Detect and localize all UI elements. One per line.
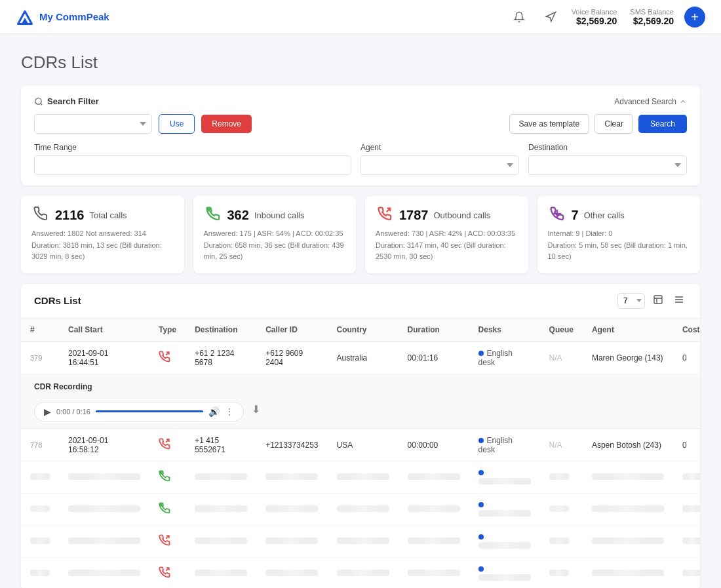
voice-balance: Voice Balance $2,569.20 <box>572 8 617 26</box>
cdrs-section-title: CDRs List <box>34 295 81 306</box>
stat-details-outbound: Answered: 730 | ASR: 42% | ACD: 00:03:35… <box>376 228 518 263</box>
col-header-duration: Duration <box>399 319 469 342</box>
stat-details-total: Answered: 1802 Not answered: 314 Duratio… <box>31 228 174 263</box>
audio-player: ▶ 0:00 / 0:16 🔊 ⋮ <box>34 402 244 421</box>
destination: +1 415 5552671 <box>185 429 256 461</box>
stat-count-inbound: 362 <box>227 208 249 223</box>
stat-details-inbound: Answered: 175 | ASR: 54% | ACD: 00:02:35… <box>204 228 346 263</box>
col-header-type: Type <box>149 319 185 342</box>
search-icon <box>34 97 43 106</box>
col-header-queue: Queue <box>540 319 583 342</box>
stat-count-total: 2116 <box>55 208 85 223</box>
cost: 0 <box>673 429 700 461</box>
svg-point-2 <box>35 98 41 104</box>
col-header-country: Country <box>328 319 399 342</box>
stat-icon-inbound <box>204 206 222 224</box>
stat-icon-outbound <box>376 206 394 224</box>
stat-card-total: 2116 Total calls Answered: 1802 Not answ… <box>21 196 184 273</box>
cdrs-section: CDRs List 7 15 25 50 <box>21 284 700 588</box>
caller-id: +12133734253 <box>256 429 327 461</box>
progress-bar[interactable] <box>96 410 203 412</box>
search-filter-title: Search Filter <box>34 96 99 106</box>
table-row-skeleton: ≡· <box>21 525 700 557</box>
page-size-select[interactable]: 7 15 25 50 <box>617 293 645 309</box>
cdr-recording-cell: CDR Recording × ▶ 0:00 / 0:16 🔊 ⋮ ⬇ <box>21 374 700 429</box>
call-start: 2021-09-01 16:58:12 <box>59 429 149 461</box>
call-type <box>149 342 185 374</box>
desk-dot <box>478 438 484 443</box>
cdrs-section-header: CDRs List 7 15 25 50 <box>21 284 700 319</box>
remove-button[interactable]: Remove <box>201 115 252 133</box>
desks: English desk <box>469 429 540 461</box>
download-btn[interactable]: ⬇ <box>252 403 260 416</box>
agent-select[interactable] <box>360 155 519 175</box>
advanced-search-toggle[interactable]: Advanced Search <box>614 97 687 106</box>
col-header-desks: Desks <box>469 319 540 342</box>
agent: Aspen Botosh (243) <box>583 429 673 461</box>
queue: N/A <box>540 342 583 374</box>
svg-rect-6 <box>654 296 662 304</box>
search-button[interactable]: Search <box>638 115 687 133</box>
page-title: CDRs List <box>21 52 700 73</box>
table-row-skeleton: ≡· <box>21 493 700 525</box>
col-header-#: # <box>21 319 59 342</box>
stats-row: 2116 Total calls Answered: 1802 Not answ… <box>21 196 700 273</box>
cdr-recording-label: CDR Recording <box>34 382 92 391</box>
stat-icon-other <box>548 206 566 224</box>
chevron-up-icon <box>679 98 687 106</box>
search-filter-card: Search Filter Advanced Search Use Remove… <box>21 86 700 186</box>
cdr-table: #Call StartTypeDestinationCaller IDCount… <box>21 319 700 588</box>
table-row: 778 2021-09-01 16:58:12 +1 415 5552671 +… <box>21 429 700 461</box>
col-header-call-start: Call Start <box>59 319 149 342</box>
queue: N/A <box>540 429 583 461</box>
stat-label-other: Other calls <box>584 210 625 220</box>
volume-btn[interactable]: 🔊 <box>208 406 220 417</box>
filter-template-select[interactable] <box>34 114 152 134</box>
caller-id: +612 9609 2404 <box>256 342 327 374</box>
more-btn[interactable]: ⋮ <box>225 406 234 417</box>
cdr-recording-row: CDR Recording × ▶ 0:00 / 0:16 🔊 ⋮ ⬇ <box>21 374 700 429</box>
app-name: My CommPeak <box>39 11 109 22</box>
stat-header-inbound: 362 Inbound calls <box>204 206 346 224</box>
table-row-skeleton: ≡· <box>21 557 700 588</box>
col-header-caller-id: Caller ID <box>256 319 327 342</box>
play-btn[interactable]: ▶ <box>44 406 51 417</box>
destination-select[interactable] <box>528 155 687 175</box>
stat-card-outbound: 1787 Outbound calls Answered: 730 | ASR:… <box>365 196 528 273</box>
stat-icon-total <box>31 206 50 224</box>
agent-field: Agent <box>360 143 519 175</box>
stat-card-inbound: 362 Inbound calls Answered: 175 | ASR: 5… <box>193 196 357 273</box>
save-template-button[interactable]: Save as template <box>509 114 590 134</box>
stat-count-other: 7 <box>572 208 579 223</box>
megaphone-btn[interactable] <box>540 7 561 28</box>
stat-header-outbound: 1787 Outbound calls <box>376 206 518 224</box>
table-row-skeleton: ≡· <box>21 461 700 493</box>
cost: 0 <box>673 342 700 374</box>
advanced-fields: Time Range Agent Destination <box>34 143 687 175</box>
stat-label-outbound: Outbound calls <box>434 210 491 220</box>
country: USA <box>328 429 399 461</box>
filter-row: Use Remove Save as template Clear Search <box>34 114 687 134</box>
columns-btn[interactable] <box>671 293 687 309</box>
destination-field: Destination <box>528 143 687 175</box>
destination: +61 2 1234 5678 <box>185 342 256 374</box>
call-type-icon <box>159 442 170 452</box>
call-type <box>149 429 185 461</box>
time-range-field: Time Range <box>34 143 351 175</box>
time-display: 0:00 / 0:16 <box>56 408 90 416</box>
add-btn[interactable]: + <box>684 7 705 28</box>
stat-card-other: 7 Other calls Internal: 9 | Dialer: 0 Du… <box>537 196 701 273</box>
export-btn[interactable] <box>650 293 666 309</box>
use-button[interactable]: Use <box>159 114 195 134</box>
logo-area: My CommPeak <box>16 8 109 26</box>
clear-button[interactable]: Clear <box>594 114 633 134</box>
time-range-input[interactable] <box>34 155 351 175</box>
call-type-icon <box>159 355 170 364</box>
duration: 00:00:00 <box>399 429 469 461</box>
svg-marker-1 <box>22 17 29 24</box>
agent: Maren George (143) <box>583 342 673 374</box>
stat-label-total: Total calls <box>90 210 127 220</box>
notification-btn[interactable] <box>509 7 530 28</box>
stat-header-total: 2116 Total calls <box>31 206 174 224</box>
cdrs-header-right: 7 15 25 50 <box>617 293 687 309</box>
